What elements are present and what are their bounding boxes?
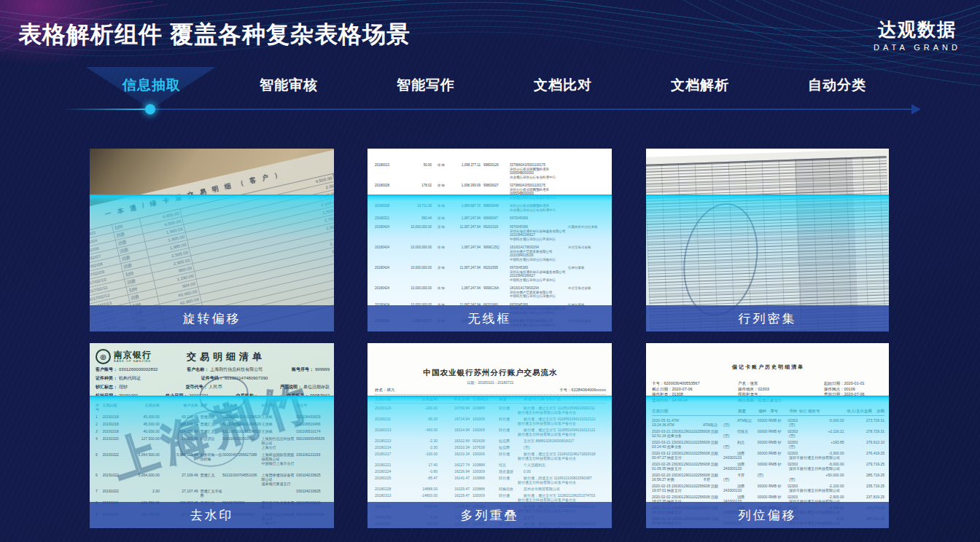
tab-smart-review[interactable]: 智能审核 [260,76,318,95]
caption-label: 去水印 [190,507,234,524]
rotated-paper: 一 本 通 / 绿 卡 通 交 易 明 细 （ 客 户 ） 12017/02/0… [90,149,334,331]
table-row: 财付通支付科技有限公司客户备付金 [375,421,606,425]
card-caption: 多列重叠 [368,502,612,528]
slide: 表格解析组件 覆盖各种复杂表格场景 达观数据 DATA GRAND 信息抽取 智… [0,0,980,542]
table-row: 2018042410,000,000.00贷 转11,087,247.94662… [375,266,609,282]
table-row: 2018022814888.0031029.47103888转账托收苏州金华商贸… [375,487,606,491]
table-header: 交易日期交易金额本次余额交易地点摘要渠道/对方账号和户名 [375,395,606,404]
rotated-paper [646,149,889,331]
bank-logo-icon: ◎ [96,349,111,364]
bank-name-cn: 南京银行 [114,351,152,359]
bank-statement: 中国农业银行苏州分行账户交易流水 日期：20180101 - 20180721 … [368,343,612,528]
doc-date-range: 日期：20180101 - 20180721 [375,380,606,385]
bank-header: ◎ 南京银行 BANK OF NANJING 交易明细清单 [96,349,330,364]
caption-label: 旋转偏移 [183,310,241,327]
table-row: 02:51:16 批量业务(空)(空) [652,433,884,438]
page-title: 表格解析组件 覆盖各种复杂表格场景 [18,19,411,51]
document-photo [646,149,889,331]
table-row: 20180321560.44贷 转1,087,247.9466660047697… [375,216,609,221]
table-row: 2018022117.4016227.74103888结息个人活期利息 [375,463,606,467]
document-photo: 一 本 通 / 绿 卡 通 交 易 明 细 （ 客 户 ） 12017/02/0… [90,149,334,331]
card-dense-grid: 行列密集 [646,149,889,331]
timeline-segment [150,109,913,110]
caption-label: 列位偏移 [739,507,797,524]
caption-label: 多列重叠 [461,507,519,524]
tab-info-extraction[interactable]: 信息抽取 [122,76,181,95]
table-row: 19:07:01 快捷支付243300133深圳市财付通支付科技有限公司 [652,488,884,492]
table-row: 01:09:35 快捷支付243300133深圳市财付通支付科技有限公司 [652,466,884,471]
card-caption: 行列密集 [646,305,889,331]
timeline-active-segment [64,109,150,110]
bank-name-en: BANK OF NANJING [114,359,152,363]
table-row: 20180028178.02借 转1,098,399.09998D0027337… [375,184,609,200]
table-row: 2018001350.00借 转1,098,377.11998D01263379… [375,163,609,179]
arrow-right-icon [911,104,921,114]
bank-statement: 借记卡账户历史明细清单 卡号：6200030400553567截止日期：2020… [646,343,889,528]
caption-label: 行列密集 [739,310,797,327]
card-caption: 无线框 [368,305,612,331]
table-row: 2018042410,000,000.00借 转1,087,247.949999… [375,246,609,262]
brand-name-cn: 达观数据 [874,17,961,42]
card-caption: 列位偏移 [646,502,889,528]
card-column-shift: 借记卡账户历史明细清单 卡号：6200030400553567截止日期：2020… [646,343,889,528]
tab-doc-compare[interactable]: 文档比对 [534,76,592,95]
table-row: 2018002813,711.39借 转1,084,687.70998D0040… [375,204,609,212]
table-row: 20180224-0.8016226.94100009现金漫游0.00 [375,469,606,474]
doc-title: 借记卡账户历史明细清单 [652,364,884,371]
table-row: 00:47:27 快捷支付243300133深圳市财付通支付科技有限公司 [652,455,884,460]
table-row: 7201910222.0027,107.49普通汇兑手续费03010423362… [96,489,330,498]
card-caption: 去水印 [90,502,334,528]
progress-dot-icon [145,104,155,114]
table-row: 财付通支付科技有限公司客户备付金 [375,480,606,484]
table-row: 16:56:27 柜面卡存(空)(空) [652,477,884,482]
feature-tabs: 信息抽取 智能审核 智能写作 文档比对 文档解析 自动分类 [122,76,866,95]
table-row: 19:24:36 ATMATM取款(空)(空) [652,423,884,427]
table-header: 交易日期摘要储种序号币种钞汇地区号收入/支出金额余额 [652,409,884,416]
table-row: 03:14:40 批量业务(空)(空) [652,444,884,449]
table-row: 财付通支付科技有限公司客户备付金 [375,432,606,436]
statement-fields: 卡号：6200030400553567截止日期：2020-07-06操作柜员：0… [652,381,884,403]
tab-auto-classify[interactable]: 自动分类 [808,76,866,95]
doc-account-line: 姓名：林凡 卡号：62284064006xxxxx [375,388,606,395]
table-row: 财付通支付科技有限公司客户备付金 [375,456,606,460]
doc-table: 2018001350.00借 转1,098,377.11998D01263379… [368,149,612,331]
tab-smart-writing[interactable]: 智能写作 [397,76,455,95]
card-caption: 旋转偏移 [90,305,334,331]
brand-name-en: DATA GRAND [874,43,961,52]
account-name: 姓名：林凡 [375,388,395,393]
card-column-overlap: 中国农业银行苏州分行账户交易流水 日期：20180101 - 20180721 … [368,343,612,528]
tab-doc-parse[interactable]: 文档解析 [671,76,729,95]
table-row: 20180214-2.3016310.34107638短信费(空) [375,445,606,449]
card-number: 卡号：62284064006xxxxx [559,388,606,393]
caption-label: 无线框 [468,310,512,327]
card-watermark-removal: ◎ 南京银行 BANK OF NANJING 交易明细清单 客户账号：03012… [90,343,334,528]
table-row: 20180213-2.3016312.64001638短信费支付宝 888810… [375,439,606,443]
table-row: 2018042410,000,000.00贷 转11,087,247.94662… [375,225,609,241]
doc-title: 中国农业银行苏州分行账户交易流水 [375,368,606,378]
brand-logo: 达观数据 DATA GRAND [874,17,961,52]
doc-title: 交易明细清单 [152,350,330,364]
table-row: 2018042410,000,000.00借 转1,087,247.949999… [375,286,609,299]
card-borderless: 2018001350.00借 转1,098,377.11998D01263379… [368,149,612,331]
table-row: 财付通支付科技有限公司客户备付金 [375,410,606,415]
stamp-icon [177,410,244,467]
card-rotate-offset: 一 本 通 / 绿 卡 通 交 易 明 细 （ 客 户 ） 12017/02/0… [90,149,334,331]
